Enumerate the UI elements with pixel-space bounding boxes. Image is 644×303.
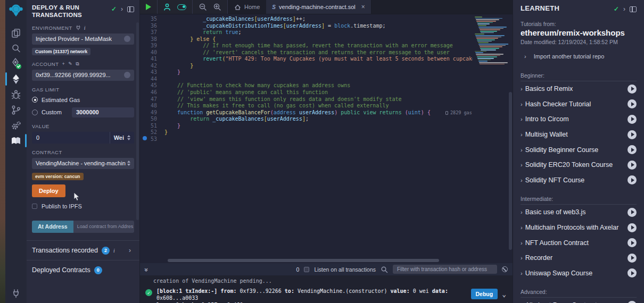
play-tutorial-button[interactable] — [628, 145, 637, 154]
editor-vertical-scrollbar[interactable] — [508, 14, 513, 263]
code-line: return _cupcakeBalances[userAddress]; — [164, 116, 473, 123]
chevron-right-icon[interactable]: › — [129, 247, 134, 254]
zoom-in-icon[interactable] — [213, 3, 221, 11]
tutorial-item[interactable]: ›NFT Auction Contract — [521, 235, 637, 250]
tab-home[interactable]: Home — [228, 0, 266, 14]
play-tutorial-button[interactable] — [628, 238, 637, 247]
play-tutorial-button[interactable] — [628, 301, 637, 303]
close-tab-icon[interactable]: × — [361, 3, 365, 11]
info-icon[interactable]: i — [113, 248, 115, 254]
tutorial-item[interactable]: ›Recorder — [521, 250, 637, 266]
file-explorer-icon[interactable] — [5, 25, 27, 40]
play-tutorial-button[interactable] — [628, 268, 637, 277]
publish-checkbox[interactable] — [32, 204, 37, 209]
clear-console-icon[interactable] — [502, 266, 508, 272]
expand-panel-icon[interactable]: › — [121, 5, 123, 13]
code-content[interactable]: _cupcakeBalances[userAddress]++; _cupcak… — [164, 14, 473, 263]
deploy-run-icon[interactable] — [5, 71, 27, 87]
settings-icon[interactable] — [5, 117, 27, 133]
account-copy-icon[interactable] — [124, 72, 130, 78]
tab-vending-machine-contract[interactable]: S vending-machine-contract.sol × — [266, 0, 371, 14]
environment-status-icon — [124, 36, 130, 42]
environment-select[interactable]: Injected Provider - MetaMask — [32, 33, 134, 45]
gas-estimated-option[interactable]: Estimated Gas — [32, 97, 134, 103]
copy-account-icon[interactable]: ⧉ — [76, 61, 79, 67]
learneth-book-icon[interactable] — [5, 133, 27, 148]
unit-stepper-icon[interactable] — [127, 135, 130, 140]
terminal-filter-input[interactable]: Filter with transaction hash or address — [393, 265, 497, 274]
code-line: } — [164, 129, 473, 136]
search-icon[interactable] — [5, 40, 27, 56]
zoom-out-icon[interactable] — [199, 3, 207, 11]
editor-toolbar: Home S vending-machine-contract.sol × — [140, 0, 513, 14]
tutorial-item[interactable]: ›Solidity Beginner Course — [521, 142, 637, 157]
transactions-recorded-row[interactable]: Transactions recorded 2 i › — [32, 241, 134, 260]
tutorial-item[interactable]: ›Hash Checker Tutorial — [521, 97, 637, 112]
account-select[interactable]: 0xf39...92266 (9999.99929... — [32, 70, 134, 81]
tutorial-item[interactable]: ›Multisig Wallet — [521, 127, 637, 142]
import-tutorial-repo[interactable]: › Import another tutorial repo — [521, 53, 637, 60]
play-tutorial-button[interactable] — [628, 130, 637, 139]
tutorial-name: Hash Checker Tutorial — [525, 100, 591, 108]
play-tutorial-button[interactable] — [628, 85, 637, 94]
tutorial-item[interactable]: ›Solidity ERC20 Token Course — [521, 157, 637, 173]
play-tutorial-button[interactable] — [628, 161, 637, 170]
chevron-right-icon: › — [521, 116, 523, 122]
pin-panel-icon[interactable] — [127, 6, 134, 12]
radio-unselected-icon[interactable] — [32, 110, 38, 115]
expand-tx-icon[interactable]: ⌄ — [502, 290, 506, 298]
transaction-log-row[interactable]: ✓ [block:1 txIndex:-] from: 0xf39...9226… — [145, 288, 507, 303]
value-input[interactable]: 0 — [32, 134, 110, 141]
play-tutorial-button[interactable] — [628, 175, 637, 184]
solidity-compiler-icon[interactable] — [5, 56, 27, 71]
auto-compile-toggle-icon[interactable] — [177, 4, 186, 10]
plugin-manager-icon[interactable] — [5, 285, 27, 301]
gas-custom-option[interactable]: Custom 3000000 — [32, 107, 134, 117]
play-tutorial-button[interactable] — [628, 208, 637, 217]
publish-ipfs-option[interactable]: Publish to IPFS — [32, 203, 134, 209]
code-editor[interactable]: 35363738394041424344454647484950515253 _… — [140, 14, 513, 263]
tx-success-icon: ✓ — [145, 289, 152, 296]
account-label: ACCOUNT + ✎ ⧉ — [32, 61, 134, 67]
add-account-icon[interactable]: + — [62, 61, 65, 66]
edit-account-icon[interactable]: ✎ — [68, 61, 72, 66]
value-unit-select[interactable]: Wei — [110, 132, 134, 144]
listen-checkbox[interactable] — [304, 267, 309, 272]
compile-person-icon[interactable] — [163, 3, 171, 11]
editor-horizontal-scrollbar[interactable] — [168, 259, 439, 262]
deployed-contracts-row[interactable]: Deployed Contracts 0 — [32, 260, 134, 280]
search-icon — [381, 266, 388, 273]
gas-limit-label: GAS LIMIT — [32, 87, 134, 92]
code-line: // 'public' means anyone can call this f… — [164, 89, 473, 96]
tutorial-item[interactable]: ›Intro to Circom — [521, 112, 637, 127]
expand-panel-icon[interactable]: › — [623, 5, 625, 13]
at-address-button[interactable]: At Address — [32, 221, 73, 233]
play-tutorial-button[interactable] — [628, 223, 637, 232]
pin-panel-icon[interactable] — [630, 6, 637, 12]
radio-selected-icon[interactable] — [32, 97, 38, 103]
tutorial-item[interactable]: ›All about Proxy Contracts — [521, 298, 637, 303]
breakpoint-dot[interactable] — [143, 136, 147, 140]
play-tutorial-button[interactable] — [628, 115, 637, 124]
debugger-icon[interactable] — [5, 87, 27, 102]
collapse-terminal-icon[interactable]: » — [143, 268, 150, 271]
git-icon[interactable] — [5, 102, 27, 117]
deploy-button[interactable]: Deploy — [32, 184, 65, 197]
tutorial-item[interactable]: ›Solidity NFT Course — [521, 173, 637, 188]
chevron-right-icon: › — [521, 224, 523, 231]
tutorial-item[interactable]: ›Basic use of web3.js — [521, 205, 637, 220]
tutorial-item[interactable]: ›Basics of Remix — [521, 81, 637, 97]
editor-minimap[interactable] — [473, 14, 508, 263]
play-tutorial-button[interactable] — [628, 99, 637, 108]
tutorial-item[interactable]: ›Multichain Protocols with Axelar — [521, 220, 637, 235]
panel-scrollbar[interactable] — [136, 22, 139, 220]
chevron-right-icon: › — [521, 86, 523, 92]
at-address-input[interactable]: Load contract from Addres — [73, 221, 134, 233]
debug-button[interactable]: Debug — [471, 289, 498, 299]
info-icon[interactable]: i — [84, 25, 86, 31]
contract-select[interactable]: VendingMachine - vending-machin — [32, 158, 134, 169]
gas-custom-input[interactable]: 3000000 — [72, 107, 134, 117]
run-script-icon[interactable] — [146, 4, 151, 10]
tutorial-item[interactable]: ›Uniswap Swap Course — [521, 266, 637, 281]
play-tutorial-button[interactable] — [628, 254, 637, 263]
